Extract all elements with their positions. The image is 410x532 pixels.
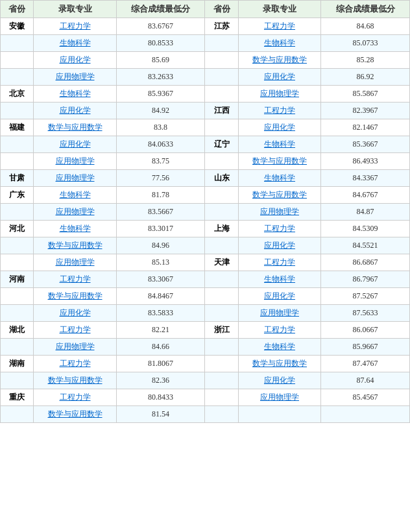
major-left[interactable]: 工程力学 [34, 356, 117, 372]
major-right[interactable] [238, 406, 321, 423]
score-right [321, 406, 410, 423]
header-province-left: 省份 [1, 1, 34, 18]
province-right [205, 305, 238, 322]
major-left[interactable]: 生物科学 [34, 221, 117, 237]
major-right[interactable]: 应用化学 [238, 237, 321, 254]
major-right[interactable]: 工程力学 [238, 103, 321, 119]
major-right[interactable]: 生物科学 [238, 170, 321, 187]
major-left[interactable]: 应用物理学 [34, 339, 117, 356]
major-left[interactable]: 工程力学 [34, 271, 117, 288]
major-left[interactable]: 应用化学 [34, 103, 117, 119]
province-left: 重庆 [1, 389, 34, 406]
major-right[interactable]: 工程力学 [238, 322, 321, 339]
score-left: 83.2633 [116, 69, 205, 86]
major-left[interactable]: 数学与应用数学 [34, 372, 117, 389]
score-right: 84.87 [321, 204, 410, 221]
major-right[interactable]: 工程力学 [238, 254, 321, 271]
province-left: 福建 [1, 119, 34, 136]
province-left [1, 237, 34, 254]
province-right: 山东 [205, 170, 238, 187]
major-left[interactable]: 工程力学 [34, 389, 117, 406]
score-right: 86.92 [321, 69, 410, 86]
major-right[interactable]: 应用化学 [238, 372, 321, 389]
major-left[interactable]: 数学与应用数学 [34, 119, 117, 136]
province-right [205, 271, 238, 288]
major-right[interactable]: 应用化学 [238, 288, 321, 305]
header-province-right: 省份 [205, 1, 238, 18]
major-right[interactable]: 工程力学 [238, 221, 321, 237]
province-right: 江苏 [205, 18, 238, 35]
major-left[interactable]: 应用物理学 [34, 153, 117, 170]
score-right: 85.9667 [321, 339, 410, 356]
score-left: 82.21 [116, 322, 205, 339]
province-left [1, 339, 34, 356]
score-right: 85.5867 [321, 86, 410, 103]
province-left [1, 153, 34, 170]
major-right[interactable]: 应用物理学 [238, 204, 321, 221]
score-right: 82.1467 [321, 119, 410, 136]
province-right: 浙江 [205, 322, 238, 339]
score-right: 87.4767 [321, 356, 410, 372]
score-right: 85.3667 [321, 136, 410, 153]
major-left[interactable]: 数学与应用数学 [34, 288, 117, 305]
major-left[interactable]: 应用物理学 [34, 170, 117, 187]
major-left[interactable]: 数学与应用数学 [34, 406, 117, 423]
province-right [205, 406, 238, 423]
province-left [1, 406, 34, 423]
score-left: 83.5667 [116, 204, 205, 221]
score-right: 84.3367 [321, 170, 410, 187]
major-left[interactable]: 生物科学 [34, 35, 117, 52]
score-left: 84.8467 [116, 288, 205, 305]
province-right [205, 372, 238, 389]
score-left: 80.8433 [116, 389, 205, 406]
major-left[interactable]: 应用化学 [34, 136, 117, 153]
score-left: 77.56 [116, 170, 205, 187]
major-right[interactable]: 数学与应用数学 [238, 52, 321, 69]
score-left: 84.0633 [116, 136, 205, 153]
province-left: 河北 [1, 221, 34, 237]
major-right[interactable]: 生物科学 [238, 271, 321, 288]
province-right [205, 237, 238, 254]
major-right[interactable]: 数学与应用数学 [238, 187, 321, 204]
major-right[interactable]: 应用物理学 [238, 305, 321, 322]
major-left[interactable]: 应用物理学 [34, 254, 117, 271]
major-left[interactable]: 生物科学 [34, 187, 117, 204]
province-right [205, 356, 238, 372]
major-left[interactable]: 应用物理学 [34, 69, 117, 86]
major-right[interactable]: 数学与应用数学 [238, 153, 321, 170]
major-left[interactable]: 应用化学 [34, 305, 117, 322]
score-left: 80.8533 [116, 35, 205, 52]
score-left: 84.96 [116, 237, 205, 254]
score-left: 83.5833 [116, 305, 205, 322]
score-right: 86.0667 [321, 322, 410, 339]
province-left: 湖南 [1, 356, 34, 372]
major-right[interactable]: 应用化学 [238, 119, 321, 136]
province-left [1, 204, 34, 221]
province-left [1, 52, 34, 69]
major-left[interactable]: 应用化学 [34, 52, 117, 69]
major-right[interactable]: 工程力学 [238, 18, 321, 35]
province-left: 安徽 [1, 18, 34, 35]
score-left: 81.8067 [116, 356, 205, 372]
score-right: 87.5633 [321, 305, 410, 322]
major-left[interactable]: 数学与应用数学 [34, 237, 117, 254]
major-right[interactable]: 生物科学 [238, 339, 321, 356]
province-right: 辽宁 [205, 136, 238, 153]
province-right [205, 389, 238, 406]
major-right[interactable]: 应用化学 [238, 69, 321, 86]
major-right[interactable]: 应用物理学 [238, 86, 321, 103]
major-left[interactable]: 工程力学 [34, 322, 117, 339]
province-left [1, 35, 34, 52]
major-right[interactable]: 数学与应用数学 [238, 356, 321, 372]
major-left[interactable]: 生物科学 [34, 86, 117, 103]
major-right[interactable]: 生物科学 [238, 35, 321, 52]
major-right[interactable]: 生物科学 [238, 136, 321, 153]
major-right[interactable]: 应用物理学 [238, 389, 321, 406]
major-left[interactable]: 工程力学 [34, 18, 117, 35]
province-left [1, 288, 34, 305]
major-left[interactable]: 应用物理学 [34, 204, 117, 221]
score-left: 82.36 [116, 372, 205, 389]
province-left: 河南 [1, 271, 34, 288]
score-left: 85.13 [116, 254, 205, 271]
score-right: 86.6867 [321, 254, 410, 271]
